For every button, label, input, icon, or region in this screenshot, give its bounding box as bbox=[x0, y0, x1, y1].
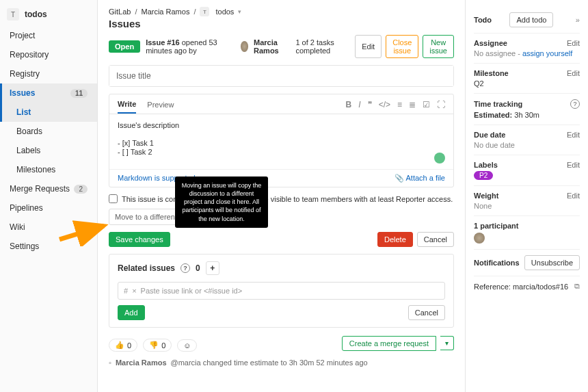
annotation-arrow-icon bbox=[56, 219, 111, 246]
save-changes-button[interactable]: Save changes bbox=[109, 232, 170, 247]
tasks-progress: 1 of 2 tasks completed bbox=[295, 38, 349, 55]
due-date-edit[interactable]: Edit bbox=[567, 131, 580, 139]
related-placeholder: Paste issue link or <#issue id> bbox=[141, 287, 243, 295]
milestone-edit[interactable]: Edit bbox=[567, 69, 580, 77]
milestone-label: Milestone bbox=[474, 69, 509, 77]
sidebar-item-project[interactable]: Project bbox=[0, 26, 97, 45]
status-indicator-icon bbox=[434, 153, 445, 164]
author-avatar[interactable] bbox=[241, 41, 248, 52]
svg-line-0 bbox=[59, 226, 104, 239]
description-card: Write Preview B I ❞ </> ≡ ≣ ☑ ⛶ Issue's … bbox=[109, 94, 454, 187]
estimated-label: Estimated: bbox=[474, 111, 512, 119]
assignee-edit[interactable]: Edit bbox=[567, 39, 580, 47]
delete-button[interactable]: Delete bbox=[377, 232, 413, 247]
create-mr-button[interactable]: Create a merge request bbox=[342, 336, 436, 351]
thumbs-down-emoji[interactable]: 👎 0 bbox=[143, 339, 172, 352]
weight-edit[interactable]: Edit bbox=[567, 192, 580, 200]
sidebar-item-pipelines[interactable]: Pipelines bbox=[0, 198, 97, 218]
help-icon[interactable]: ? bbox=[181, 263, 190, 273]
sidebar-item-issues[interactable]: Issues 11 bbox=[0, 83, 97, 103]
related-issues-card: Related issues ? 0 + # × Paste issue lin… bbox=[109, 254, 454, 328]
unsubscribe-button[interactable]: Unsubscribe bbox=[524, 255, 580, 270]
tab-preview[interactable]: Preview bbox=[147, 101, 174, 113]
attach-file-link[interactable]: 📎 Attach a file bbox=[395, 174, 445, 183]
breadcrumb-project-avatar: T bbox=[200, 7, 209, 16]
mr-count-badge: 2 bbox=[74, 185, 88, 194]
label-badge-p2[interactable]: P2 bbox=[474, 171, 493, 180]
participants-label: 1 participant bbox=[474, 222, 518, 230]
time-tracking-label: Time tracking bbox=[474, 100, 522, 108]
sidebar-item-registry[interactable]: Registry bbox=[0, 64, 97, 83]
title-input-card bbox=[109, 65, 454, 87]
add-emoji-button[interactable]: ☺ bbox=[177, 339, 197, 352]
description-textarea[interactable]: Issue's description - [x] Task 1 - [ ] T… bbox=[109, 114, 453, 169]
bold-icon[interactable]: B bbox=[346, 100, 352, 109]
due-date-label: Due date bbox=[474, 131, 505, 139]
main-content: GitLab/ Marcia Ramos/ T todos ▾ Issues O… bbox=[98, 0, 465, 392]
confidential-row: This issue is confidential and should on… bbox=[109, 194, 454, 203]
open-status-badge: Open bbox=[109, 40, 140, 53]
issue-title-input[interactable] bbox=[109, 66, 453, 86]
sidebar-sub-labels[interactable]: Labels bbox=[0, 141, 97, 160]
breadcrumb-project[interactable]: todos bbox=[215, 8, 234, 16]
reference-label: Reference: bbox=[474, 283, 511, 291]
clear-icon[interactable]: × bbox=[132, 287, 136, 295]
right-sidebar: Todo Add todo » AssigneeEdit No assignee… bbox=[465, 0, 588, 392]
tab-write[interactable]: Write bbox=[118, 100, 136, 114]
confidential-checkbox[interactable] bbox=[109, 194, 118, 203]
activity-bullet-icon: ◦ bbox=[109, 358, 111, 367]
sidebar-item-merge-requests[interactable]: Merge Requests 2 bbox=[0, 179, 97, 198]
assignee-value: No assignee - bbox=[474, 49, 522, 57]
ul-icon[interactable]: ≡ bbox=[397, 100, 402, 109]
thumbs-up-emoji[interactable]: 👍 0 bbox=[109, 339, 137, 352]
participant-avatar[interactable] bbox=[474, 233, 485, 244]
create-mr-caret[interactable]: ▾ bbox=[440, 336, 454, 350]
sidebar-sub-milestones[interactable]: Milestones bbox=[0, 160, 97, 179]
author-name[interactable]: Marcia Ramos bbox=[254, 38, 290, 55]
milestone-value: Q2 bbox=[474, 79, 484, 88]
italic-icon[interactable]: I bbox=[358, 100, 360, 109]
collapse-icon[interactable]: » bbox=[576, 16, 580, 24]
add-todo-button[interactable]: Add todo bbox=[509, 12, 553, 27]
project-name: todos bbox=[25, 10, 47, 19]
confidential-text: This issue is confidential and should on… bbox=[122, 195, 453, 203]
chevron-down-icon[interactable]: ▾ bbox=[238, 8, 241, 15]
breadcrumb: GitLab/ Marcia Ramos/ T todos ▾ bbox=[109, 7, 454, 16]
activity-author[interactable]: Marcia Ramos bbox=[116, 358, 167, 367]
issues-count-badge: 11 bbox=[70, 89, 88, 98]
weight-label: Weight bbox=[474, 192, 498, 200]
ol-icon[interactable]: ≣ bbox=[409, 100, 416, 109]
page-title: Issues bbox=[109, 18, 454, 29]
related-issue-input[interactable]: # × Paste issue link or <#issue id> bbox=[118, 282, 445, 300]
md-toolbar: B I ❞ </> ≡ ≣ ☑ ⛶ bbox=[346, 100, 445, 114]
assign-yourself-link[interactable]: assign yourself bbox=[522, 49, 572, 57]
code-icon[interactable]: </> bbox=[379, 100, 390, 109]
add-related-submit[interactable]: Add bbox=[118, 305, 145, 320]
labels-edit[interactable]: Edit bbox=[567, 161, 580, 169]
fullscreen-icon[interactable]: ⛶ bbox=[437, 100, 445, 109]
reference-value: marcia/todos#16 bbox=[513, 283, 568, 291]
sidebar-sub-boards[interactable]: Boards bbox=[0, 122, 97, 141]
breadcrumb-root[interactable]: GitLab bbox=[109, 8, 131, 16]
sidebar-sub-list[interactable]: List bbox=[0, 103, 97, 122]
add-related-button[interactable]: + bbox=[206, 261, 219, 275]
close-issue-button[interactable]: Close issue bbox=[386, 35, 418, 58]
cancel-related-button[interactable]: Cancel bbox=[408, 305, 445, 320]
edit-button[interactable]: Edit bbox=[355, 35, 382, 58]
quote-icon[interactable]: ❞ bbox=[368, 100, 372, 109]
hash-icon: # bbox=[124, 287, 128, 295]
project-header[interactable]: T todos bbox=[0, 5, 97, 26]
related-count: 0 bbox=[196, 263, 200, 273]
tasklist-icon[interactable]: ☑ bbox=[423, 100, 430, 109]
cancel-button[interactable]: Cancel bbox=[417, 232, 454, 247]
issue-number: Issue #16 bbox=[146, 38, 180, 47]
weight-value: None bbox=[474, 202, 492, 210]
project-avatar: T bbox=[7, 8, 19, 21]
help-icon[interactable]: ? bbox=[570, 99, 580, 109]
assignee-label: Assignee bbox=[474, 39, 507, 47]
copy-icon[interactable]: ⧉ bbox=[574, 282, 580, 291]
breadcrumb-user[interactable]: Marcia Ramos bbox=[141, 8, 189, 16]
move-tooltip: Moving an issue will copy the discussion… bbox=[175, 177, 268, 228]
new-issue-button[interactable]: New issue bbox=[423, 35, 454, 58]
sidebar-item-repository[interactable]: Repository bbox=[0, 45, 97, 64]
